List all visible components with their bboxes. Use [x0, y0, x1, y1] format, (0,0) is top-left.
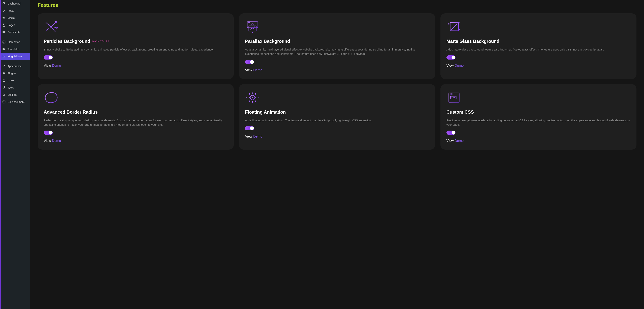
demo-label: Demo — [253, 68, 262, 72]
feature-card: CSSCustom CSSProvides an easy-to-use int… — [440, 84, 636, 150]
svg-line-13 — [46, 23, 51, 27]
sidebar-item-comments[interactable]: Comments — [0, 29, 30, 36]
feature-card: Advanced Border RadiusPerfect for creati… — [38, 84, 234, 150]
svg-point-20 — [248, 23, 249, 23]
feature-title-row: Floating Animation — [245, 110, 429, 115]
wrench-icon — [2, 86, 6, 89]
sidebar-item-label: Tools — [8, 86, 14, 89]
svg-point-2 — [4, 79, 4, 80]
feature-description: Brings website to life by adding a dynam… — [44, 47, 228, 52]
plug-icon — [2, 72, 6, 75]
features-grid: Particles BackgroundMANY STYLESBrings we… — [38, 13, 636, 150]
sidebar-item-pages[interactable]: Pages — [0, 22, 30, 29]
feature-icon — [245, 91, 260, 104]
feature-icon — [44, 20, 59, 33]
view-label: View — [44, 139, 52, 143]
feature-description: Perfect for creating unique, rounded cor… — [44, 118, 228, 127]
page-title: Features — [38, 2, 636, 8]
demo-label: Demo — [454, 139, 464, 143]
comment-icon — [2, 31, 6, 34]
view-demo-link[interactable]: View Demo — [245, 135, 429, 138]
sidebar-item-tools[interactable]: Tools — [0, 84, 30, 91]
view-demo-link[interactable]: View Demo — [245, 68, 429, 72]
svg-point-5 — [4, 95, 4, 96]
sidebar-item-elementor[interactable]: EElementor — [0, 39, 30, 46]
sidebar-item-label: Media — [8, 17, 15, 20]
svg-point-28 — [450, 94, 450, 94]
sidebar-item-label: Posts — [8, 9, 14, 12]
svg-point-29 — [451, 94, 452, 94]
view-demo-link[interactable]: View Demo — [446, 139, 630, 143]
demo-label: Demo — [52, 64, 61, 68]
sliders-icon — [2, 93, 6, 97]
feature-toggle[interactable] — [245, 126, 254, 130]
crown-icon — [2, 55, 6, 58]
view-demo-link[interactable]: View Demo — [44, 139, 228, 143]
feature-title: Custom CSS — [446, 110, 474, 115]
sidebar-separator — [0, 60, 30, 63]
sidebar-item-label: Elementor — [8, 41, 20, 44]
sidebar-item-users[interactable]: Users — [0, 77, 30, 84]
feature-title-row: Parallax Background — [245, 39, 429, 44]
demo-label: Demo — [454, 64, 464, 68]
sidebar-item-collapse-menu[interactable]: Collapse menu — [0, 98, 30, 106]
gauge-icon — [2, 2, 6, 5]
page-icon — [2, 23, 6, 27]
circle-e-icon: E — [2, 40, 6, 44]
svg-text:E: E — [4, 41, 4, 43]
feature-card: Floating AnimationAdds floating animatio… — [239, 84, 435, 150]
feature-card: Particles BackgroundMANY STYLESBrings we… — [38, 13, 234, 79]
svg-line-14 — [51, 22, 56, 27]
feature-description: Adds matte glass background feature also… — [446, 47, 630, 52]
feature-icon — [44, 91, 59, 104]
sidebar-item-label: Plugins — [8, 72, 16, 75]
sidebar-item-label: Settings — [8, 93, 17, 96]
feature-toggle[interactable] — [446, 131, 456, 135]
sidebar-item-settings[interactable]: Settings — [0, 91, 30, 98]
feature-toggle[interactable] — [446, 55, 456, 60]
feature-title-row: Custom CSS — [446, 110, 630, 115]
feature-card: Parallax BackgroundAdds a dynamic, multi… — [239, 13, 435, 79]
feature-card: Matte Glass BackgroundAdds matte glass b… — [440, 13, 636, 79]
svg-rect-22 — [249, 26, 256, 31]
sidebar-separator — [0, 36, 30, 39]
sidebar-item-label: Pages — [8, 24, 15, 27]
sidebar-item-media[interactable]: Media — [0, 14, 30, 22]
user-icon — [2, 79, 6, 82]
feature-toggle[interactable] — [44, 55, 53, 60]
feature-title: Matte Glass Background — [446, 39, 500, 44]
svg-point-4 — [4, 94, 5, 95]
sidebar-item-dashboard[interactable]: Dashboard — [0, 0, 30, 7]
feature-description: Adds a dynamic, multi-layered visual eff… — [245, 47, 429, 56]
view-label: View — [44, 64, 52, 68]
view-label: View — [446, 139, 455, 143]
sidebar-item-templates[interactable]: Templates — [0, 46, 30, 53]
sidebar-item-posts[interactable]: Posts — [0, 7, 30, 14]
feature-description: Adds floating animation setting. The fea… — [245, 118, 429, 122]
sidebar-item-appearance[interactable]: Appearance — [0, 63, 30, 70]
feature-title: Advanced Border Radius — [44, 110, 98, 115]
feature-toggle[interactable] — [44, 131, 53, 135]
view-label: View — [446, 64, 455, 68]
svg-point-30 — [452, 94, 453, 94]
brush-icon — [2, 65, 6, 68]
sidebar-item-label: Templates — [8, 48, 20, 51]
sidebar-item-label: Users — [8, 79, 14, 82]
svg-point-6 — [3, 101, 5, 103]
feature-badge: MANY STYLES — [92, 40, 109, 42]
feature-title-row: Matte Glass Background — [446, 39, 630, 44]
sidebar-item-label: King Addons — [8, 55, 22, 58]
demo-label: Demo — [253, 135, 262, 138]
sidebar-item-label: Comments — [8, 31, 20, 34]
svg-text:CSS: CSS — [451, 97, 455, 99]
admin-sidebar: DashboardPostsMediaPagesCommentsEElement… — [0, 0, 30, 309]
sidebar-item-plugins[interactable]: Plugins — [0, 70, 30, 77]
svg-point-3 — [3, 94, 4, 94]
feature-title: Parallax Background — [245, 39, 290, 44]
view-demo-link[interactable]: View Demo — [44, 64, 228, 68]
view-demo-link[interactable]: View Demo — [446, 64, 630, 68]
sidebar-item-king-addons[interactable]: King Addons — [0, 53, 30, 60]
sidebar-item-label: Appearance — [8, 65, 22, 68]
feature-toggle[interactable] — [245, 60, 254, 64]
feature-title-row: Particles BackgroundMANY STYLES — [44, 39, 228, 44]
